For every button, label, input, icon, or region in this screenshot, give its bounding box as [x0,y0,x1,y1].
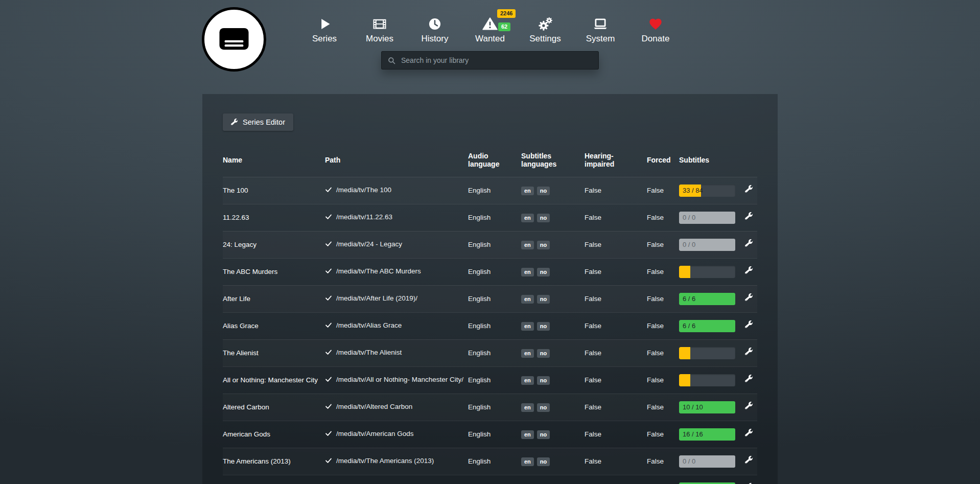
edit-series-button[interactable] [745,429,753,439]
wanted-movies-count-badge: 62 [498,22,510,31]
series-name[interactable]: After Life [223,285,325,312]
column-header-actions [739,144,757,177]
nav-item-history[interactable]: History [417,15,453,44]
subtitles-progress-cell: 0 / 0 [679,448,739,475]
check-icon [325,186,332,196]
subtitle-languages: enno [521,258,585,285]
series-name[interactable]: The Alienist [223,339,325,366]
forced-value: False [647,177,679,204]
app-logo[interactable] [202,7,266,72]
subtitles-progress-cell: 6 / 6 [679,312,739,339]
edit-series-button[interactable] [745,348,753,357]
column-header-subtitles-languages: Subtitles languages [521,144,585,177]
series-path-text: /media/tv/The Americans (2013) [336,456,434,466]
edit-series-button[interactable] [745,212,753,222]
language-badge: no [537,376,550,385]
series-path: /media/tv/Altered Carbon [325,394,468,421]
language-badge: no [537,403,550,412]
laptop-icon [593,15,608,33]
series-name[interactable]: The 100 [223,177,325,204]
wrench-icon [745,266,753,274]
nav-item-series[interactable]: Series [307,15,342,44]
search-input[interactable] [400,56,592,65]
subtitles-count: 33 / 84 [683,185,703,197]
hearing-impaired-value: False [585,285,647,312]
edit-series-button[interactable] [745,266,753,276]
nav-label: Series [312,34,337,44]
subtitles-progress-cell: 0 / 0 [679,204,739,231]
wrench-icon [231,119,238,126]
language-badge: en [521,349,534,358]
nav-item-movies[interactable]: Movies [362,15,398,44]
edit-series-button[interactable] [745,402,753,411]
edit-series-button[interactable] [745,239,753,249]
table-row: After Life/media/tv/After Life (2019)/En… [223,285,757,312]
edit-series-button[interactable] [745,293,753,303]
audio-language: English [468,177,521,204]
table-row: 11.22.63/media/tv/11.22.63EnglishennoFal… [223,204,757,231]
library-search [381,51,599,70]
series-name[interactable]: Altered Carbon [223,394,325,421]
subtitles-progress-bar: 10 / 10 [679,401,735,413]
series-name[interactable]: 24: Legacy [223,231,325,258]
series-path-text: /media/tv/11.22.63 [336,212,392,222]
series-name[interactable]: Alias Grace [223,312,325,339]
column-header-name: Name [223,144,325,177]
series-path: /media/tv/Another Life (2019) [325,475,468,484]
series-name[interactable]: American Gods [223,421,325,448]
nav-item-settings[interactable]: Settings [527,15,563,44]
subtitles-progress-cell: 6 / 6 [679,285,739,312]
subtitles-progress-cell [679,366,739,394]
subtitles-progress-bar: 6 / 6 [679,320,735,332]
edit-series-button[interactable] [745,375,753,384]
table-row: Alias Grace/media/tv/Alias GraceEnglishe… [223,312,757,339]
subtitles-count: 0 / 0 [683,239,695,251]
series-name[interactable]: The Americans (2013) [223,448,325,475]
series-path-text: /media/tv/24 - Legacy [336,239,402,249]
language-badge: no [537,295,550,304]
subtitles-count: 16 / 16 [683,428,703,441]
table-row: All or Nothing: Manchester City/media/tv… [223,366,757,394]
series-name[interactable]: Another Life (2019) [223,475,325,484]
series-name[interactable]: All or Nothing: Manchester City [223,366,325,394]
forced-value: False [647,231,679,258]
language-badge: no [537,241,550,249]
audio-language: English [468,448,521,475]
wrench-icon [745,212,753,220]
series-editor-panel: Series Editor Name Path Audio language S… [202,94,778,484]
nav-item-system[interactable]: System [582,15,618,44]
subtitles-progress-bar [679,266,735,278]
subtitles-count: 0 / 0 [683,212,695,224]
series-path: /media/tv/The Alienist [325,339,468,366]
series-editor-button[interactable]: Series Editor [223,113,293,131]
subtitles-progress-cell [679,258,739,285]
subtitles-progress-bar: 6 / 6 [679,293,735,305]
series-name[interactable]: The ABC Murders [223,258,325,285]
column-header-subtitles: Subtitles [679,144,739,177]
column-header-forced: Forced [647,144,679,177]
gears-icon [538,15,553,33]
nav-item-wanted[interactable]: 2246 62 Wanted [472,15,508,44]
warning-icon [482,15,498,33]
column-header-audio-language: Audio language [468,144,521,177]
edit-series-button[interactable] [745,185,753,195]
subtitles-progress-bar: 0 / 0 [679,212,735,224]
subtitles-progress-bar: 10 / 10 [679,482,735,484]
subtitles-count: 6 / 6 [683,293,695,305]
series-path-text: /media/tv/After Life (2019)/ [336,293,417,303]
hearing-impaired-value: False [585,394,647,421]
nav-item-donate[interactable]: Donate [638,15,673,44]
forced-value: False [647,475,679,484]
subtitles-progress-cell: 0 / 0 [679,231,739,258]
series-editor-label: Series Editor [243,118,285,126]
series-path: /media/tv/Alias Grace [325,312,468,339]
subtitles-progress-cell: 33 / 84 [679,177,739,204]
hearing-impaired-value: False [585,339,647,366]
series-name[interactable]: 11.22.63 [223,204,325,231]
hearing-impaired-value: False [585,475,647,484]
check-icon [325,430,332,440]
clock-icon [428,15,442,33]
edit-series-button[interactable] [745,456,753,466]
edit-series-button[interactable] [745,320,753,330]
forced-value: False [647,312,679,339]
